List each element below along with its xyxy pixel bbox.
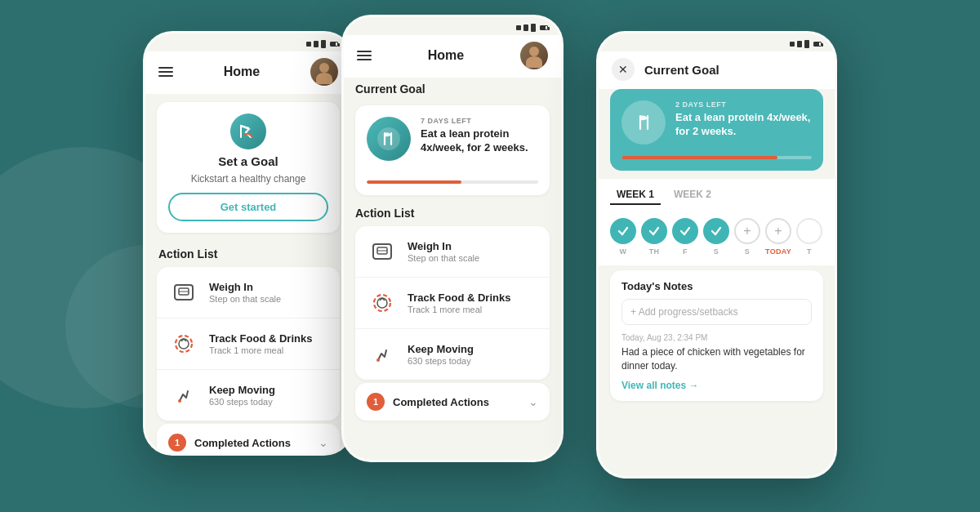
status-dot	[321, 40, 326, 48]
top-nav-1: Home	[145, 51, 351, 94]
goal-card-subtitle: Kickstart a healthy change	[191, 173, 306, 185]
status-dot	[790, 42, 795, 47]
cg-text-2: 7 DAYS LEFT Eat a lean protein 4x/week, …	[421, 117, 538, 155]
day-circle-s2[interactable]: +	[734, 218, 760, 244]
view-all-notes-link[interactable]: View all notes →	[621, 380, 812, 391]
food-icon-2	[367, 287, 398, 318]
phone-3-nav: ✕ Current Goal	[599, 51, 835, 89]
day-circle-today[interactable]: +	[765, 218, 791, 244]
status-dot	[306, 42, 311, 47]
avatar-1[interactable]	[310, 58, 338, 86]
action-item-food[interactable]: Track Food & Drinks Track 1 more meal	[157, 318, 340, 370]
scale-icon-2	[367, 236, 398, 267]
day-label-w: W	[620, 247, 627, 256]
gd-goal-text: Eat a lean protein 4x/week, for 2 weeks.	[675, 111, 812, 139]
avatar-2[interactable]	[520, 42, 548, 69]
phone-3: ✕ Current Goal 2 DAYS LEFT Eat a lean pr…	[596, 31, 837, 479]
day-label-today: TODAY	[765, 247, 791, 256]
svg-point-6	[377, 127, 400, 150]
phone-1: Home Set a Goal Kickstart a healthy chan…	[143, 31, 354, 456]
current-goal-card-2: 7 DAYS LEFT Eat a lean protein 4x/week, …	[355, 105, 550, 195]
gd-progress-bar	[621, 156, 812, 159]
note-content: Had a piece of chicken with vegetables f…	[621, 345, 812, 373]
goal-food-icon-2	[367, 117, 411, 161]
nav-title-1: Home	[224, 65, 260, 79]
day-circle-s1[interactable]	[703, 218, 729, 244]
goal-icon	[230, 114, 266, 149]
status-dot	[314, 41, 318, 47]
gd-days: 2 DAYS LEFT	[675, 100, 812, 109]
nav-title-2: Home	[428, 48, 464, 63]
day-circle-w[interactable]	[610, 218, 636, 244]
completed-bar-1[interactable]: 1 Completed Actions ⌄	[157, 424, 340, 456]
status-dot	[531, 24, 536, 32]
action-list-1: Weigh In Step on that scale Track Food &…	[157, 267, 340, 421]
note-date: Today, Aug 23, 2:34 PM	[621, 333, 812, 342]
goal-card-title: Set a Goal	[218, 154, 278, 168]
day-circle-f[interactable]	[672, 218, 698, 244]
day-label-s1: S	[714, 247, 719, 256]
action-item-steps-2[interactable]: Keep Moving 630 steps today	[355, 329, 550, 380]
action-list-label-1: Action List	[145, 241, 351, 264]
phone-3-title: Current Goal	[644, 63, 719, 77]
day-label-t: T	[807, 247, 812, 256]
current-goal-label: Current Goal	[344, 78, 561, 99]
status-dot	[804, 40, 809, 48]
top-nav-2: Home	[344, 35, 561, 78]
steps-icon-2	[367, 339, 398, 370]
day-col-w: W	[610, 218, 636, 256]
day-circle-t	[796, 218, 822, 244]
day-circle-th[interactable]	[641, 218, 667, 244]
notes-add-input[interactable]: + Add progress/setbacks	[621, 299, 812, 325]
status-dot	[797, 41, 802, 47]
action-text-food: Track Food & Drinks Track 1 more meal	[209, 332, 328, 355]
week-tabs: WEEK 1 WEEK 2	[599, 179, 835, 211]
day-col-f: F	[672, 218, 698, 256]
action-item-weigh-in[interactable]: Weigh In Step on that scale	[157, 267, 340, 318]
day-col-s2: + S	[734, 218, 760, 256]
action-text-steps: Keep Moving 630 steps today	[209, 384, 328, 407]
day-label-th: TH	[649, 247, 660, 256]
action-list-label-2: Action List	[344, 202, 561, 223]
svg-point-11	[377, 298, 387, 308]
completed-label-2: Completed Actions	[393, 396, 520, 408]
action-item-steps[interactable]: Keep Moving 630 steps today	[157, 370, 340, 421]
day-label-s2: S	[745, 247, 750, 256]
close-button[interactable]: ✕	[612, 58, 635, 81]
status-bar-1	[145, 33, 351, 51]
completed-bar-2[interactable]: 1 Completed Actions ⌄	[355, 383, 550, 421]
status-dot	[516, 25, 521, 30]
goal-detail-icon	[621, 100, 666, 145]
week-tab-1[interactable]: WEEK 1	[610, 185, 661, 205]
day-col-t: T	[796, 218, 822, 256]
battery-icon	[540, 25, 548, 30]
goal-detail-inner: 2 DAYS LEFT Eat a lean protein 4x/week, …	[610, 89, 823, 156]
completed-count-1: 1	[168, 434, 186, 452]
completed-label-1: Completed Actions	[194, 437, 310, 449]
cg-goal-text-2: Eat a lean protein 4x/week, for 2 weeks.	[421, 127, 538, 155]
food-icon	[168, 328, 199, 359]
week-tab-2[interactable]: WEEK 2	[667, 185, 718, 205]
svg-point-4	[179, 339, 189, 349]
status-dot	[523, 24, 528, 31]
goal-card: Set a Goal Kickstart a healthy change Ge…	[157, 102, 340, 233]
battery-icon	[813, 42, 822, 47]
chevron-down-icon-2: ⌄	[528, 395, 538, 408]
action-item-weigh-in-2[interactable]: Weigh In Step on that scale	[355, 226, 550, 278]
menu-icon-2[interactable]	[357, 51, 372, 60]
action-item-food-2[interactable]: Track Food & Drinks Track 1 more meal	[355, 278, 550, 329]
gd-progress-fill	[621, 156, 777, 159]
scale-icon	[168, 277, 199, 308]
completed-count-2: 1	[367, 393, 385, 411]
action-text-weigh-in: Weigh In Step on that scale	[209, 281, 328, 304]
action-list-2: Weigh In Step on that scale Track Food &…	[355, 226, 550, 380]
get-started-button[interactable]: Get started	[168, 193, 328, 221]
steps-icon	[168, 380, 199, 411]
day-col-s1: S	[703, 218, 729, 256]
menu-icon[interactable]	[158, 67, 173, 77]
phones-wrapper: Home Set a Goal Kickstart a healthy chan…	[0, 0, 980, 512]
goal-detail-card: 2 DAYS LEFT Eat a lean protein 4x/week, …	[610, 89, 823, 171]
cg-progress-bar-2	[367, 180, 538, 184]
notes-section: Today's Notes + Add progress/setbacks To…	[610, 270, 823, 401]
cg-progress-fill-2	[367, 180, 461, 184]
